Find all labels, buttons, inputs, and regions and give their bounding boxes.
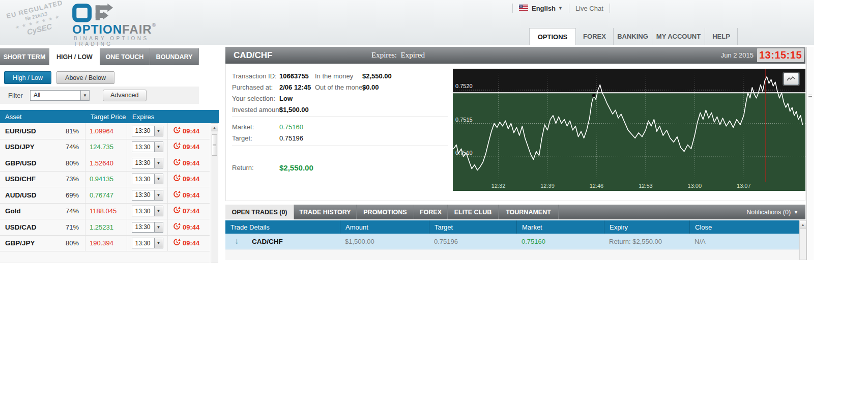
detail-label: Transaction ID: (232, 72, 277, 80)
nav-tab-my-account[interactable]: MY ACCOUNT (652, 28, 705, 45)
mode-button-high-low[interactable]: High / Low (4, 71, 51, 84)
notifications-label: Notifications (0) (746, 209, 791, 216)
expiry-select[interactable]: 13:30▼ (132, 222, 163, 233)
countdown-time: 07:44 (183, 207, 199, 215)
dropdown-arrow-icon[interactable]: ▼ (154, 222, 163, 232)
asset-name: Gold (0, 207, 21, 215)
expiry-select[interactable]: 13:30▼ (132, 190, 163, 201)
asset-row-eur-usd[interactable]: EUR/USD81%1.0996413:30▼09:44 (0, 123, 210, 139)
header-utility-row: English ▼ Live Chat (506, 3, 616, 14)
asset-payout: 71% (66, 223, 85, 231)
nav-tab-help[interactable]: HELP (705, 28, 738, 45)
dropdown-arrow-icon[interactable]: ▼ (154, 126, 163, 136)
brand-name-fair: FAIR (122, 22, 152, 36)
price-chart-canvas: 0.75200.75150.751012:3212:3912:4612:5313… (453, 69, 805, 191)
countdown-time: 09:44 (183, 127, 199, 135)
language-selector[interactable]: English (532, 5, 556, 12)
asset-row-usd-chf[interactable]: USD/CHF73%0.9413513:30▼09:44 (0, 172, 210, 188)
money-label: Out of the money (315, 83, 366, 91)
expiry-select-value: 13:30 (132, 240, 154, 247)
bottom-tab-forex[interactable]: FOREX (414, 205, 448, 219)
chart-type-button[interactable] (784, 73, 799, 85)
advanced-button[interactable]: Advanced (103, 90, 147, 101)
mode-button-above-below[interactable]: Above / Below (56, 71, 114, 84)
direction-down-icon: ↓ (235, 236, 252, 246)
svg-text:12:32: 12:32 (491, 183, 506, 189)
countdown-clock-icon (173, 126, 181, 136)
return-value: $2,550.00 (279, 163, 313, 172)
scroll-up-icon[interactable]: ▲ (211, 124, 218, 131)
money-label: In the money (315, 72, 353, 80)
svg-text:12:53: 12:53 (639, 183, 653, 189)
expiry-select[interactable]: 13:30▼ (132, 238, 163, 248)
bottom-tab-promotions[interactable]: PROMOTIONS (357, 205, 414, 219)
nav-tab-banking[interactable]: BANKING (614, 28, 652, 45)
expiry-select-value: 13:30 (132, 208, 154, 215)
nav-tab-forex[interactable]: FOREX (576, 28, 614, 45)
scroll-up-icon[interactable]: ▲ (800, 221, 806, 229)
tab-short-term[interactable]: SHORT TERM (0, 48, 49, 65)
asset-row-usd-cad[interactable]: USD/CAD71%1.2523113:30▼09:44 (0, 219, 210, 236)
bottom-tab-trade-history[interactable]: TRADE HISTORY (294, 205, 357, 219)
bottom-tab-tournament[interactable]: TOURNAMENT (499, 205, 559, 219)
notifications-toggle[interactable]: Notifications (0) ▼ (746, 209, 798, 216)
expiry-select[interactable]: 13:30▼ (132, 206, 163, 216)
open-trade-row[interactable]: ↓CAD/CHF$1,500.000.751960.75160Return: $… (225, 234, 799, 249)
dropdown-arrow-icon[interactable]: ▼ (154, 238, 163, 248)
asset-row-gbp-jpy[interactable]: GBP/JPY80%190.39413:30▼09:44 (0, 236, 210, 252)
filter-select[interactable]: All ▼ (30, 90, 90, 101)
asset-name: AUD/USD (0, 191, 37, 199)
asset-table-scrollbar[interactable]: ▲ (211, 123, 218, 263)
chevron-down-icon[interactable]: ▼ (558, 6, 563, 11)
live-chat-link[interactable]: Live Chat (575, 5, 603, 12)
open-trades-scrollbar[interactable]: ▲ (799, 220, 806, 260)
tab-boundary[interactable]: BOUNDARY (150, 48, 199, 65)
asset-row-aud-usd[interactable]: AUD/USD69%0.7674713:30▼09:44 (0, 187, 210, 204)
asset-target-price: 0.94135 (85, 172, 127, 187)
trade-close: N/A (689, 234, 799, 249)
bottom-tab-elite-club[interactable]: ELITE CLUB (448, 205, 499, 219)
column-header-asset: Asset (0, 113, 85, 121)
scrollbar-thumb[interactable] (212, 134, 217, 156)
trade-pair-bar: CAD/CHF Expires: Expired Jun 2 2015 13:1… (225, 47, 805, 64)
expiry-select[interactable]: 13:30▼ (132, 158, 163, 168)
asset-row-gbp-usd[interactable]: GBP/USD80%1.5264013:30▼09:44 (0, 155, 210, 172)
dropdown-arrow-icon[interactable]: ▼ (80, 91, 89, 100)
countdown-time: 09:44 (183, 223, 199, 231)
asset-name: EUR/USD (0, 127, 36, 135)
scrollbar-grip[interactable] (808, 94, 812, 98)
dropdown-arrow-icon[interactable]: ▼ (154, 174, 163, 184)
asset-row-gold[interactable]: Gold74%1188.04513:30▼07:44 (0, 204, 210, 220)
page-scrollbar[interactable] (806, 47, 814, 260)
countdown-clock-icon (173, 222, 181, 232)
nav-tab-options[interactable]: OPTIONS (529, 28, 576, 45)
asset-target-price: 1.09964 (85, 123, 127, 139)
countdown-clock-icon (173, 174, 181, 182)
cysec-regulation-badge: EU REGULATED № 216/13 ★ ★ ★ ★ ★ ★ ★ CySE… (4, 0, 71, 46)
expiry-select[interactable]: 13:30▼ (132, 142, 163, 152)
svg-text:0.7515: 0.7515 (455, 117, 473, 123)
dropdown-arrow-icon[interactable]: ▼ (154, 190, 163, 200)
trade-pair: CAD/CHF (252, 238, 283, 245)
asset-row-usd-jpy[interactable]: USD/JPY74%124.73513:30▼09:44 (0, 139, 210, 156)
filter-band: Filter All ▼ Advanced (0, 87, 199, 104)
expiry-select[interactable]: 13:30▼ (132, 174, 163, 184)
dropdown-arrow-icon[interactable]: ▼ (154, 142, 163, 152)
countdown-clock-icon (173, 190, 181, 198)
return-label: Return: (232, 164, 254, 172)
expires-status: Expires: Expired (371, 51, 425, 60)
tab-one-touch[interactable]: ONE TOUCH (100, 48, 150, 65)
brand-logo[interactable]: EU REGULATED № 216/13 ★ ★ ★ ★ ★ ★ ★ CySE… (7, 2, 175, 43)
tab-high-low[interactable]: HIGH / LOW (49, 48, 100, 65)
column-header-expires: Expires (127, 113, 168, 121)
filter-label: Filter (8, 92, 23, 99)
svg-text:13:07: 13:07 (737, 183, 751, 189)
divider (512, 4, 513, 13)
level-value: 0.75196 (279, 134, 303, 142)
dropdown-arrow-icon[interactable]: ▼ (154, 158, 163, 168)
bottom-tab-open-trades-0[interactable]: OPEN TRADES (0) (225, 205, 294, 219)
dropdown-arrow-icon[interactable]: ▼ (154, 206, 163, 216)
server-clock-time: 13:15:15 (759, 49, 802, 61)
expiry-select[interactable]: 13:30▼ (132, 126, 163, 136)
countdown-clock-icon (173, 238, 181, 246)
